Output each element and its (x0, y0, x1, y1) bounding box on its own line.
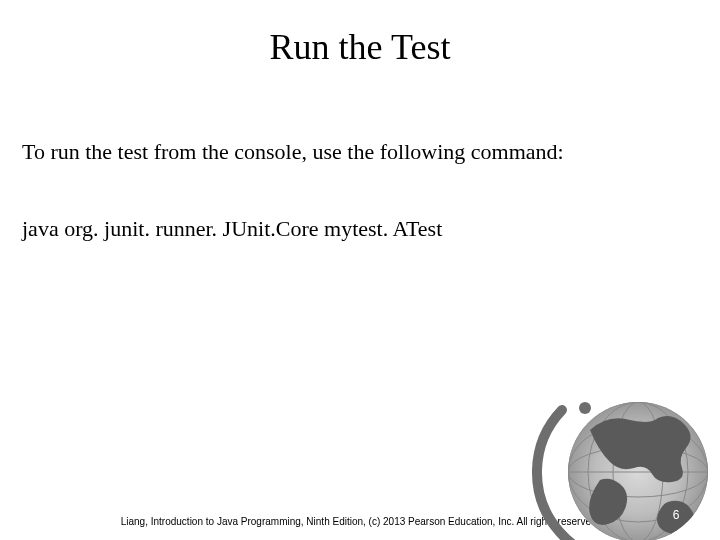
slide-title: Run the Test (0, 26, 720, 68)
footer-copyright: Liang, Introduction to Java Programming,… (120, 516, 600, 529)
globe-decoration (530, 370, 720, 540)
command-line: java org. junit. runner. JUnit.Core myte… (22, 215, 698, 243)
page-number: 6 (666, 508, 686, 522)
slide: Run the Test To run the test from the co… (0, 0, 720, 540)
svg-point-5 (568, 422, 708, 522)
globe-icon (530, 370, 720, 540)
svg-point-8 (579, 402, 591, 414)
svg-point-4 (613, 402, 663, 540)
body-paragraph: To run the test from the console, use th… (22, 138, 698, 166)
svg-point-6 (568, 447, 708, 497)
